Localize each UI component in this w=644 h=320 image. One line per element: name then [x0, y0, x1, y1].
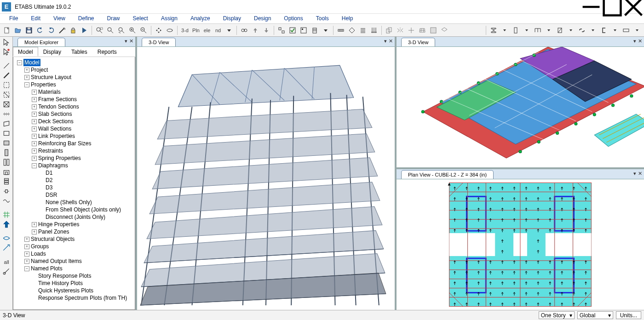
tree-node[interactable]: +Restraints [15, 147, 134, 154]
tree-twisty-icon[interactable]: + [24, 244, 29, 249]
tree-node[interactable]: D3 [15, 184, 134, 191]
zoom-full-button[interactable] [105, 25, 115, 35]
tree-twisty-icon[interactable]: + [32, 134, 37, 139]
draw-ref-button[interactable] [2, 243, 11, 252]
menu-draw[interactable]: Draw [101, 14, 126, 23]
dropdown-4-icon[interactable] [522, 25, 532, 35]
view-plan-button[interactable]: Pln [191, 25, 201, 35]
viewport-plan[interactable]: Plan View - CUBE-L2 - Z = 384 (in) ▾✕ [397, 169, 644, 310]
dropdown-3-icon[interactable] [500, 25, 510, 35]
tree-twisty-icon[interactable]: + [24, 237, 29, 242]
viewport-3d-right-canvas[interactable] [397, 47, 644, 167]
tree-node[interactable]: −Diaphragms [15, 162, 134, 169]
viewport-dropdown-icon[interactable]: ▾ [384, 38, 387, 44]
tree-twisty-icon[interactable]: − [32, 163, 37, 168]
brace-button[interactable] [555, 25, 565, 35]
tree-twisty-icon[interactable]: + [24, 251, 29, 257]
lock-button[interactable] [68, 25, 78, 35]
draw-tendon-button[interactable] [2, 196, 11, 206]
draw-rect-button[interactable] [2, 129, 11, 138]
tree-node[interactable]: +Panel Zones [15, 228, 134, 235]
tree-node[interactable]: +Reinforcing Bar Sizes [15, 140, 134, 147]
grid-data-button[interactable] [369, 25, 379, 35]
redo-button[interactable] [46, 25, 56, 35]
run-analysis-button[interactable] [79, 25, 89, 35]
reshape-button[interactable] [2, 47, 11, 57]
perspective-button[interactable] [239, 25, 249, 35]
tree-twisty-icon[interactable]: + [32, 156, 37, 161]
story-select[interactable]: One Story▾ [539, 311, 575, 319]
tree-node[interactable]: +Frame Sections [15, 96, 134, 103]
draw-wall-button[interactable] [2, 148, 11, 157]
snap-end-button[interactable] [2, 267, 11, 276]
save-button[interactable] [24, 25, 34, 35]
pointer-button[interactable] [2, 38, 11, 47]
draw-floor-button[interactable] [2, 119, 11, 128]
tree-twisty-icon[interactable]: − [24, 266, 29, 271]
tree-node[interactable]: +Hinge Properties [15, 221, 134, 228]
tree-twisty-icon[interactable]: + [24, 259, 29, 264]
quick-brace-button[interactable] [2, 100, 11, 109]
tree-twisty-icon[interactable]: + [32, 90, 37, 95]
tree-node[interactable]: +Spring Properties [15, 154, 134, 162]
tree-node[interactable]: +Loads [15, 250, 134, 257]
move-down-button[interactable] [261, 25, 271, 35]
refresh-button[interactable] [57, 25, 67, 35]
shell-draw-button[interactable] [439, 25, 449, 35]
viewport-dropdown-icon[interactable]: ▾ [633, 38, 636, 44]
zoom-out-button[interactable] [138, 25, 149, 35]
viewport-close-icon[interactable]: ✕ [638, 38, 642, 44]
panel-dropdown-icon[interactable]: ▾ [125, 38, 127, 44]
tree-node[interactable]: +Link Properties [15, 132, 134, 140]
quick-floor-button[interactable] [2, 138, 11, 148]
tree-node[interactable]: +Project [15, 66, 134, 74]
explorer-tab-display[interactable]: Display [38, 47, 66, 57]
tree-node[interactable]: Disconnect (Joints Only) [15, 213, 134, 221]
move-up-button[interactable] [250, 25, 260, 35]
zoom-rubber-button[interactable] [94, 25, 104, 35]
zoom-prev-button[interactable] [116, 25, 126, 35]
tree-node[interactable]: +Structure Layout [15, 74, 134, 81]
viewport-3d-left-canvas[interactable] [137, 47, 395, 310]
coord-system-select[interactable]: Global▾ [577, 311, 613, 319]
tree-node[interactable]: +Groups [15, 243, 134, 250]
measure-button[interactable] [336, 25, 346, 35]
view-3d-button[interactable]: 3-d [180, 25, 190, 35]
viewport-close-icon[interactable]: ✕ [389, 38, 393, 44]
viewport-dropdown-icon[interactable]: ▾ [633, 171, 636, 177]
object-shrink-button[interactable] [276, 25, 287, 35]
draw-section-cut-button[interactable] [2, 234, 11, 243]
dropdown-2-icon[interactable] [321, 25, 331, 35]
menu-design[interactable]: Design [247, 14, 277, 23]
check-model-button[interactable] [428, 25, 438, 35]
snap-all-button[interactable]: all [2, 257, 11, 266]
tree-twisty-icon[interactable]: + [32, 97, 37, 102]
view-node-button[interactable]: nd [213, 25, 223, 35]
menu-display[interactable]: Display [217, 14, 247, 23]
tree-node[interactable]: D2 [15, 177, 134, 184]
menu-assign[interactable]: Assign [155, 14, 184, 23]
maximize-button[interactable] [602, 0, 623, 14]
model-tree[interactable]: −Model+Project+Structure Layout−Properti… [13, 57, 135, 310]
set-display-button[interactable] [288, 25, 298, 35]
tree-twisty-icon[interactable]: + [32, 112, 37, 117]
quick-wall-button[interactable] [2, 158, 11, 167]
story-data-button[interactable] [358, 25, 368, 35]
set-building-view-button[interactable] [310, 25, 320, 35]
slab-design-button[interactable] [621, 25, 631, 35]
panel-tab-model-explorer[interactable]: Model Explorer [17, 38, 65, 46]
column-button[interactable] [511, 25, 521, 35]
view-elev-button[interactable]: ele [202, 25, 212, 35]
menu-define[interactable]: Define [72, 14, 101, 23]
draw-wall-opnening-button[interactable] [2, 167, 11, 177]
draw-beam-button[interactable] [2, 71, 11, 80]
viewport-tab-plan[interactable]: Plan View - CUBE-L2 - Z = 384 (in) [401, 170, 494, 179]
tree-twisty-icon[interactable]: + [32, 119, 37, 124]
menu-file[interactable]: File [3, 14, 24, 23]
draw-wallstack-button[interactable] [2, 177, 11, 186]
tree-node[interactable]: +Named Output Items [15, 257, 134, 265]
tree-node[interactable]: +Materials [15, 88, 134, 96]
tree-twisty-icon[interactable]: − [24, 82, 29, 87]
set-view-options-button[interactable] [299, 25, 309, 35]
tree-node[interactable]: +Structural Objects [15, 235, 134, 243]
